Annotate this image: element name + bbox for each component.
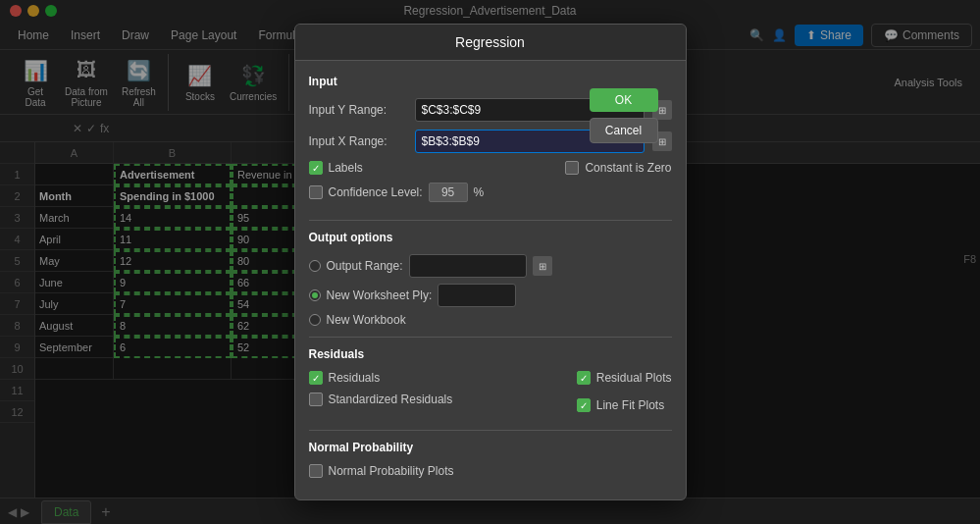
residuals-checkbox[interactable]: ✓ <box>309 371 323 385</box>
confidence-checkbox[interactable] <box>309 185 323 199</box>
dialog-overlay: Regression OK Cancel Input Input Y Range… <box>0 0 980 524</box>
residuals-check-icon: ✓ <box>312 373 320 384</box>
labels-check-icon: ✓ <box>312 163 320 174</box>
dialog-title: Regression <box>295 25 686 61</box>
new-worksheet-ply-field[interactable] <box>438 284 516 307</box>
output-range-grid-button[interactable]: ⊞ <box>533 256 552 276</box>
line-fit-plots-row: ✓ Line Fit Plots <box>577 398 672 412</box>
residuals-row: ✓ Residuals <box>309 371 567 385</box>
dialog-content-wrapper: OK Cancel Input Input Y Range: ⊞ Input X… <box>309 75 672 478</box>
cancel-button[interactable]: Cancel <box>590 118 658 143</box>
divider-1 <box>309 220 672 221</box>
dialog-body: OK Cancel Input Input Y Range: ⊞ Input X… <box>295 61 686 499</box>
new-workbook-radio[interactable] <box>309 314 321 326</box>
residual-plots-checkbox[interactable]: ✓ <box>577 371 591 385</box>
residuals-right: ✓ Residual Plots ✓ Line Fit Plots <box>577 371 672 420</box>
right-checkboxes: Constant is Zero <box>565 161 671 210</box>
line-fit-plots-check-icon: ✓ <box>580 400 588 411</box>
constant-is-zero-row: Constant is Zero <box>565 161 671 175</box>
normal-probability-plots-label: Normal Probability Plots <box>329 464 454 478</box>
line-fit-plots-checkbox[interactable]: ✓ <box>577 398 591 412</box>
output-range-field[interactable] <box>409 254 527 278</box>
new-worksheet-ply-row: New Worksheet Ply: <box>309 284 672 307</box>
divider-2 <box>309 337 672 338</box>
constant-is-zero-label: Constant is Zero <box>585 161 671 175</box>
standardized-residuals-checkbox[interactable] <box>309 393 323 406</box>
line-fit-plots-label: Line Fit Plots <box>596 398 664 412</box>
residual-plots-row: ✓ Residual Plots <box>577 371 672 385</box>
standardized-residuals-row: Standardized Residuals <box>309 393 567 406</box>
divider-3 <box>309 430 672 431</box>
residuals-label: Residuals <box>329 371 381 385</box>
residual-plots-label: Residual Plots <box>596 371 672 385</box>
confidence-unit: % <box>474 185 485 199</box>
residuals-section-label: Residuals <box>309 347 672 361</box>
constant-is-zero-checkbox[interactable] <box>565 161 579 175</box>
new-worksheet-ply-radio[interactable] <box>309 289 321 301</box>
input-y-label: Input Y Range: <box>309 103 407 117</box>
confidence-value[interactable] <box>429 183 468 202</box>
checkboxes-row: ✓ Labels Confidence Level: % <box>309 161 672 210</box>
labels-checkbox[interactable]: ✓ <box>309 161 323 175</box>
normal-probability-section-label: Normal Probability <box>309 441 672 454</box>
input-section-label: Input <box>309 75 672 88</box>
normal-probability-plots-row: Normal Probability Plots <box>309 464 672 478</box>
left-checkboxes: ✓ Labels Confidence Level: % <box>309 161 556 210</box>
ok-button[interactable]: OK <box>590 88 658 112</box>
standardized-residuals-label: Standardized Residuals <box>329 393 453 406</box>
new-worksheet-ply-label: New Worksheet Ply: <box>327 288 433 302</box>
output-range-row: Output Range: ⊞ <box>309 254 672 278</box>
output-section-label: Output options <box>309 231 672 244</box>
residual-plots-check-icon: ✓ <box>580 373 588 384</box>
input-x-label: Input X Range: <box>309 134 407 148</box>
new-workbook-row: New Workbook <box>309 313 672 327</box>
dialog-buttons: OK Cancel <box>590 88 658 143</box>
labels-label: Labels <box>329 161 363 175</box>
output-range-label: Output Range: <box>327 259 403 273</box>
labels-row: ✓ Labels <box>309 161 556 175</box>
residuals-options: ✓ Residuals Standardized Residuals ✓ <box>309 371 672 420</box>
regression-dialog: Regression OK Cancel Input Input Y Range… <box>294 24 687 500</box>
new-workbook-label: New Workbook <box>327 313 406 327</box>
confidence-level-row: Confidence Level: % <box>309 183 556 202</box>
output-range-radio[interactable] <box>309 260 321 272</box>
confidence-label: Confidence Level: <box>329 185 423 199</box>
normal-probability-plots-checkbox[interactable] <box>309 464 323 478</box>
residuals-left: ✓ Residuals Standardized Residuals <box>309 371 567 420</box>
